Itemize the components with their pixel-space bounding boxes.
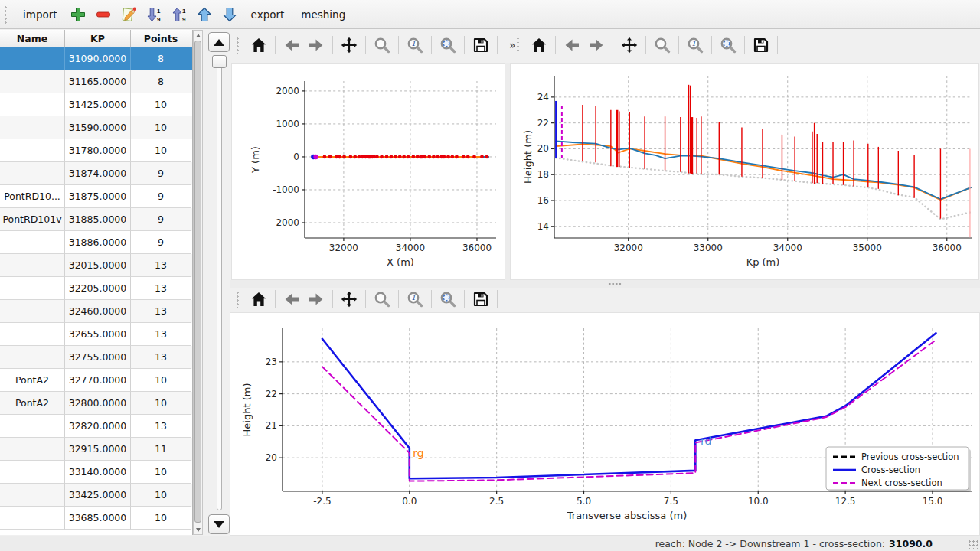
- table-row[interactable]: 31874.00009: [0, 162, 192, 185]
- nav-home-button[interactable]: [247, 287, 271, 311]
- nav-zoom-fit-button[interactable]: [436, 287, 460, 311]
- table-row[interactable]: 32755.000013: [0, 346, 192, 369]
- nav-forward-button[interactable]: [584, 33, 609, 57]
- table-row[interactable]: 32820.000013: [0, 415, 192, 438]
- nav-zoom-fit-button[interactable]: [716, 33, 740, 57]
- table-row[interactable]: 32460.000013: [0, 300, 192, 323]
- plan-view-figure[interactable]: 320003400036000-2000-1000010002000X (m)Y…: [231, 63, 505, 280]
- nav-forward-button[interactable]: [304, 33, 328, 57]
- nav-zoom-button[interactable]: [650, 33, 675, 57]
- cell-kp: 31590.0000: [65, 116, 131, 139]
- sort-descending-button[interactable]: 19: [144, 3, 165, 26]
- nav-save-button[interactable]: [469, 287, 493, 311]
- zoom-region-icon: 1: [406, 290, 424, 308]
- table-scrollbar[interactable]: [193, 30, 203, 535]
- table-scroll-down-button[interactable]: [194, 525, 202, 534]
- table-row[interactable]: 31780.000010: [0, 139, 192, 162]
- nav-pan-button[interactable]: [337, 33, 361, 57]
- table-row[interactable]: 32655.000013: [0, 323, 192, 346]
- cross-section-figure[interactable]: -2.50.02.55.07.510.012.515.020212223Tran…: [230, 312, 980, 536]
- table-row[interactable]: 32915.000011: [0, 438, 192, 461]
- table-row[interactable]: 31090.00008: [0, 47, 192, 70]
- sort-descending-icon: 19: [145, 6, 162, 23]
- nav-zoom-button[interactable]: [370, 287, 394, 311]
- chart-plan[interactable]: 320003400036000-2000-1000010002000X (m)Y…: [232, 64, 505, 279]
- table-row[interactable]: PontA232770.000010: [0, 369, 192, 392]
- toolbar-separator: [645, 36, 646, 54]
- move-down-button[interactable]: [220, 3, 240, 26]
- table-row[interactable]: 31165.00008: [0, 70, 192, 93]
- toolbar-drag-handle[interactable]: [4, 5, 8, 24]
- add-cross-section-button[interactable]: [68, 3, 89, 26]
- svg-text:23: 23: [266, 357, 277, 367]
- move-down-icon: [221, 6, 238, 23]
- table-row[interactable]: 32015.000013: [0, 254, 192, 277]
- nav-zoom-region-button[interactable]: 1: [403, 287, 427, 311]
- nav-zoom-region-button[interactable]: 1: [403, 33, 427, 57]
- chart-cross_section[interactable]: -2.50.02.55.07.510.012.515.020212223Tran…: [230, 313, 979, 535]
- svg-text:0: 0: [293, 152, 299, 162]
- nav-home-button[interactable]: [527, 33, 551, 57]
- column-header-name[interactable]: Name: [0, 30, 65, 47]
- nav-zoom-fit-button[interactable]: [436, 33, 460, 57]
- meshing-button[interactable]: meshing: [292, 5, 354, 24]
- column-header-points[interactable]: Points: [131, 30, 191, 47]
- section-slider-track[interactable]: [217, 57, 222, 510]
- chart-profile[interactable]: 3200033000340003500036000141618202224Kp …: [511, 64, 978, 279]
- toolbar-separator: [398, 36, 399, 54]
- cell-name: [0, 346, 65, 369]
- table-row[interactable]: PontRD101v31885.00009: [0, 208, 192, 231]
- status-reach-label: reach: Node 2 -> Downstream 1 - cross-se…: [655, 538, 885, 549]
- table-scrollbar-thumb[interactable]: [194, 41, 201, 523]
- home-icon: [250, 290, 268, 308]
- table-row[interactable]: 31425.000010: [0, 93, 192, 116]
- section-slider-handle[interactable]: [212, 55, 227, 68]
- table-row[interactable]: 31590.000010: [0, 116, 192, 139]
- nav-save-button[interactable]: [749, 33, 773, 57]
- main-toolbar-items: import1919exportmeshing: [15, 3, 354, 26]
- nav-back-button[interactable]: [560, 33, 584, 57]
- table-row[interactable]: PontRD10...31875.00009: [0, 185, 192, 208]
- nav-back-button[interactable]: [279, 287, 304, 311]
- table-row[interactable]: PontA232800.000010: [0, 392, 192, 415]
- import-button[interactable]: import: [15, 5, 66, 24]
- toolbar-drag-handle[interactable]: [236, 37, 240, 54]
- table-row[interactable]: 31886.00009: [0, 231, 192, 254]
- nav-home-button[interactable]: [247, 33, 271, 57]
- cross-section-table[interactable]: NameKPPoints31090.0000831165.0000831425.…: [0, 30, 193, 535]
- edit-cross-section-button[interactable]: [119, 3, 139, 26]
- table-row[interactable]: 32205.000013: [0, 277, 192, 300]
- resize-grip-icon[interactable]: [968, 540, 978, 549]
- nav-zoom-button[interactable]: [370, 33, 394, 57]
- sort-ascending-button[interactable]: 19: [169, 3, 190, 26]
- svg-text:32000: 32000: [614, 243, 643, 253]
- cell-points: 10: [131, 369, 191, 392]
- table-row[interactable]: 33685.000010: [0, 507, 192, 530]
- svg-text:1: 1: [157, 8, 161, 15]
- export-button[interactable]: export: [243, 5, 293, 24]
- nav-forward-button[interactable]: [304, 287, 328, 311]
- toolbar-drag-handle[interactable]: [236, 291, 240, 308]
- nav-save-button[interactable]: [469, 33, 493, 57]
- longitudinal-profile-figure[interactable]: 3200033000340003500036000141618202224Kp …: [510, 63, 979, 280]
- toolbar-separator: [711, 36, 712, 54]
- toolbar-separator: [365, 36, 366, 54]
- nav-zoom-region-button[interactable]: 1: [683, 33, 707, 57]
- table-scroll-up-button[interactable]: [194, 31, 202, 40]
- cell-name: [0, 93, 65, 116]
- cell-kp: 31875.0000: [65, 185, 131, 208]
- previous-section-button[interactable]: [208, 32, 230, 52]
- table-row[interactable]: 33140.000010: [0, 461, 192, 484]
- nav-pan-button[interactable]: [337, 287, 361, 311]
- next-section-button[interactable]: [208, 514, 230, 534]
- move-up-button[interactable]: [194, 3, 215, 26]
- remove-cross-section-button[interactable]: [93, 3, 114, 26]
- toolbar-drag-handle[interactable]: [516, 37, 521, 54]
- table-row[interactable]: 33425.000010: [0, 484, 192, 507]
- column-header-kp[interactable]: KP: [65, 30, 131, 47]
- nav-back-button[interactable]: [279, 33, 304, 57]
- svg-text:21: 21: [266, 420, 277, 431]
- cell-name: [0, 162, 65, 185]
- nav-pan-button[interactable]: [617, 33, 642, 57]
- cell-kp: 31165.0000: [65, 70, 131, 93]
